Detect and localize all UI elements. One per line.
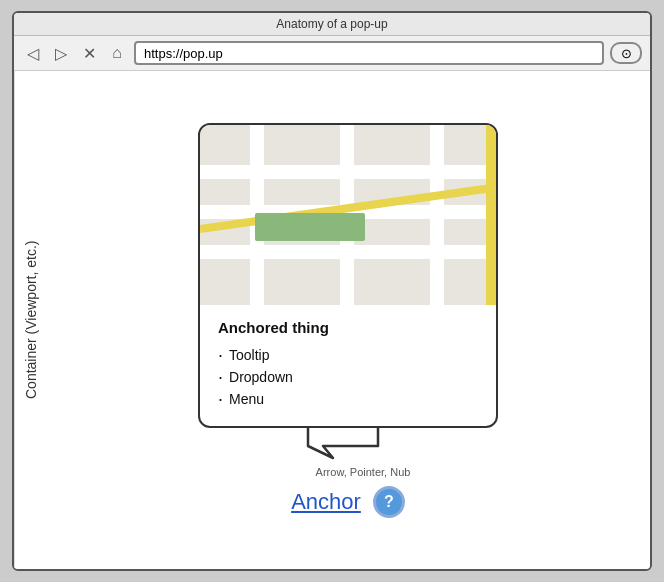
close-icon: ✕ [83,44,96,63]
list-item: Dropdown [218,366,478,388]
map-yellow-road-vertical [486,125,496,305]
map-green-block [255,213,365,241]
toolbar: ◁ ▷ ✕ ⌂ ⊙ [14,36,650,71]
help-icon: ? [384,493,394,511]
popup-box: Anchored thing Tooltip Dropdown Menu [198,123,498,428]
arrow-label: Arrow, Pointer, Nub [316,466,411,478]
back-button[interactable]: ◁ [22,42,44,64]
container-label: Container (Viewport, etc.) [14,71,46,569]
main-area: Anchored thing Tooltip Dropdown Menu Arr… [46,71,650,569]
list-item: Menu [218,388,478,410]
popup-arrow [288,428,408,464]
forward-icon: ▷ [55,44,67,63]
browser-window: Anatomy of a pop-up ◁ ▷ ✕ ⌂ ⊙ Container … [12,11,652,571]
forward-button[interactable]: ▷ [50,42,72,64]
popup-body: Anchored thing Tooltip Dropdown Menu [200,305,496,426]
home-icon: ⌂ [112,44,122,62]
close-button[interactable]: ✕ [78,42,100,64]
page-title: Anatomy of a pop-up [276,17,387,31]
browser-content: Container (Viewport, etc.) [14,71,650,569]
popup-list: Tooltip Dropdown Menu [218,344,478,410]
search-button[interactable]: ⊙ [610,42,642,64]
map-area [200,125,496,305]
bottom-section: Anchor ? [291,486,405,518]
title-bar: Anatomy of a pop-up [14,13,650,36]
anchor-link[interactable]: Anchor [291,489,361,515]
back-icon: ◁ [27,44,39,63]
list-item: Tooltip [218,344,478,366]
search-icon: ⊙ [621,46,632,61]
popup-arrow-container [288,428,408,464]
help-button[interactable]: ? [373,486,405,518]
popup-title: Anchored thing [218,319,478,336]
map-road [430,125,444,305]
address-bar[interactable] [134,41,604,65]
home-button[interactable]: ⌂ [106,42,128,64]
